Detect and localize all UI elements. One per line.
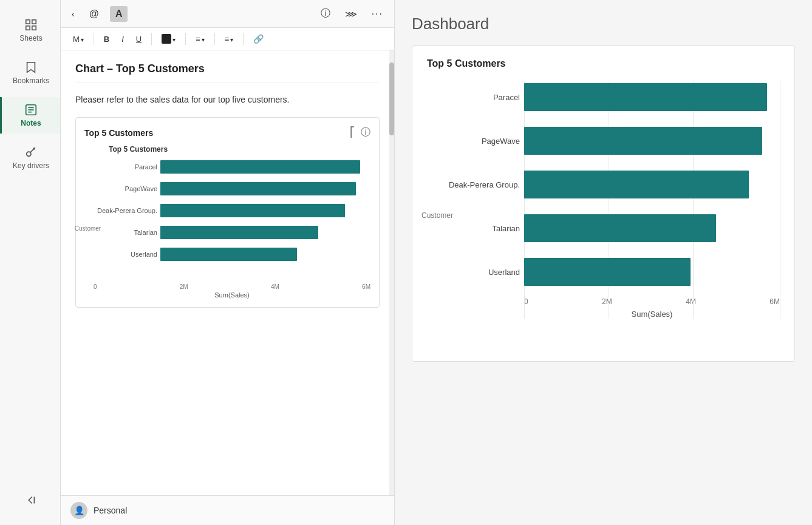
info-icon: ⓘ — [321, 7, 330, 20]
mini-bar-fill-paracel — [160, 160, 360, 174]
at-icon: @ — [89, 8, 99, 19]
main-y-axis-label: Customer — [421, 211, 453, 220]
main-bar-fill-userland — [524, 258, 691, 286]
notes-toolbar-top: ‹ @ A ⓘ ⋙ ··· — [61, 0, 394, 28]
mini-x-tick-4m: 4M — [271, 283, 279, 290]
mini-bar-label-pagewave: PageWave — [94, 185, 157, 192]
more-button[interactable]: ··· — [368, 6, 387, 22]
color-button[interactable] — [157, 32, 180, 46]
personal-label: Personal — [94, 506, 127, 515]
export-icon[interactable]: ⎡ — [350, 126, 355, 139]
main-bar-label-deak: Deak-Perera Group. — [430, 180, 520, 189]
format-divider-5 — [243, 33, 244, 45]
sidebar-item-bookmarks[interactable]: Bookmarks — [0, 55, 60, 91]
mini-chart-subtitle: Top 5 Customers — [109, 145, 370, 154]
color-chevron — [172, 35, 176, 44]
chart-card-header: Top 5 Customers ⎡ ⓘ — [84, 126, 370, 139]
notes-footer: 👤 Personal — [61, 495, 394, 525]
chart-card-title: Top 5 Customers — [84, 128, 153, 138]
bookmark-icon — [24, 61, 38, 74]
skip-to-end-button[interactable]: ⋙ — [341, 7, 361, 21]
sidebar-collapse-button[interactable] — [0, 487, 60, 513]
back-button[interactable]: ‹ — [68, 7, 78, 21]
mini-bar-fill-userland — [160, 248, 297, 261]
chart-card-icons: ⎡ ⓘ — [350, 126, 370, 139]
dashboard-title: Dashboard — [412, 15, 795, 33]
main-bar-row-deak: Deak-Perera Group. — [524, 169, 780, 200]
note-title: Chart – Top 5 Customers — [75, 63, 380, 83]
notes-toolbar-format: M B I U ≡ ≡ 🔗 — [61, 28, 394, 50]
bold-button[interactable]: B — [99, 32, 114, 46]
back-icon: ‹ — [72, 9, 75, 19]
list-chevron — [230, 35, 233, 44]
format-divider-4 — [214, 33, 215, 45]
svg-rect-2 — [26, 26, 30, 30]
sidebar-item-sheets-label: Sheets — [19, 34, 42, 42]
notes-content[interactable]: Chart – Top 5 Customers Pleaser refer to… — [61, 50, 394, 495]
note-body: Pleaser refer to the sales data for our … — [75, 93, 380, 106]
sidebar: Sheets Bookmarks Notes Key drivers — [0, 0, 61, 525]
svg-rect-3 — [32, 26, 36, 30]
bold-a-button[interactable]: A — [110, 6, 128, 22]
text-style-button[interactable]: M — [68, 32, 89, 46]
main-bar-row-talarian: Talarian — [524, 212, 780, 244]
main-bar-fill-paracel — [524, 83, 767, 111]
main-x-tick-4m: 4M — [686, 297, 696, 306]
link-button[interactable]: 🔗 — [248, 32, 268, 46]
list-icon: ≡ — [225, 35, 230, 44]
main-x-tick-2m: 2M — [602, 297, 612, 306]
main-bar-row-userland: Userland — [524, 256, 780, 288]
underline-button[interactable]: U — [131, 32, 146, 46]
mini-bar-row-deak: Deak-Perera Group. — [160, 202, 370, 219]
main-x-tick-0: 0 — [524, 297, 528, 306]
italic-button[interactable]: I — [117, 32, 129, 46]
sidebar-item-notes-label: Notes — [21, 119, 41, 127]
collapse-icon — [24, 493, 37, 507]
main-bar-label-talarian: Talarian — [430, 224, 520, 233]
mini-bar-label-userland: Userland — [94, 251, 157, 258]
bold-a-icon: A — [115, 8, 123, 19]
list-button[interactable]: ≡ — [220, 32, 239, 46]
dashboard-panel: Dashboard Top 5 Customers Customer Parac… — [395, 0, 812, 525]
main-bar-fill-pagewave — [524, 127, 762, 155]
grid-line-100 — [780, 81, 780, 319]
main-bar-label-pagewave: PageWave — [430, 137, 520, 146]
at-button[interactable]: @ — [86, 6, 103, 22]
mini-chart: Top 5 Customers Customer Paracel PageWav… — [84, 145, 370, 299]
mini-x-tick-2m: 2M — [180, 283, 188, 290]
align-icon: ≡ — [196, 35, 200, 44]
mini-bar-label-talarian: Talarian — [94, 229, 157, 236]
align-button[interactable]: ≡ — [191, 32, 210, 46]
svg-rect-0 — [26, 20, 30, 24]
mini-x-tick-0: 0 — [94, 283, 97, 290]
dashboard-card-title: Top 5 Customers — [427, 58, 780, 69]
svg-rect-1 — [32, 20, 36, 24]
italic-icon: I — [121, 35, 124, 44]
mini-x-axis-label: Sum(Sales) — [94, 291, 370, 299]
grid-icon — [24, 18, 38, 32]
sidebar-item-notes[interactable]: Notes — [0, 97, 60, 134]
main-x-tick-6m: 6M — [769, 297, 780, 306]
notes-icon — [24, 103, 38, 117]
align-chevron — [202, 35, 205, 44]
bold-icon: B — [104, 35, 109, 44]
avatar: 👤 — [70, 502, 87, 519]
sidebar-item-key-drivers[interactable]: Key drivers — [0, 140, 60, 176]
mini-bar-row-paracel: Paracel — [160, 158, 370, 175]
mini-bar-fill-pagewave — [160, 182, 356, 195]
mini-bar-label-paracel: Paracel — [94, 163, 157, 171]
color-swatch — [162, 34, 171, 44]
chart-info-icon[interactable]: ⓘ — [361, 126, 370, 139]
main-bar-rows: Paracel PageWave Deak-Perera Group. Tala… — [524, 81, 780, 288]
scrollbar-track[interactable] — [389, 50, 394, 495]
mini-bar-fill-talarian — [160, 226, 318, 239]
info-button[interactable]: ⓘ — [317, 5, 334, 22]
scrollbar-thumb[interactable] — [389, 63, 394, 135]
mini-bar-row-pagewave: PageWave — [160, 180, 370, 197]
main-x-ticks: 0 2M 4M 6M — [524, 293, 780, 306]
main-bar-fill-talarian — [524, 214, 716, 242]
main-bar-row-paracel: Paracel — [524, 81, 780, 113]
sidebar-item-key-drivers-label: Key drivers — [13, 161, 49, 170]
format-divider-1 — [94, 33, 94, 45]
sidebar-item-sheets[interactable]: Sheets — [0, 12, 60, 49]
